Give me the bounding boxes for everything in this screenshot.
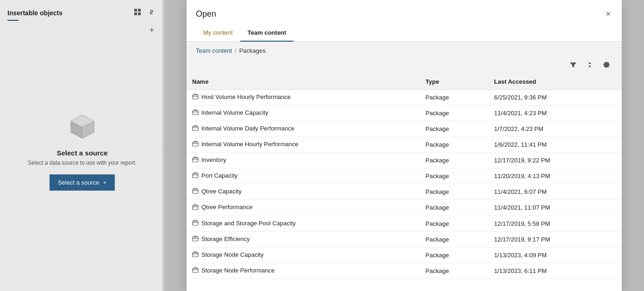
table-row[interactable]: Storage and Storage Pool CapacityPackage… xyxy=(187,216,622,231)
table-row[interactable]: Storage EfficiencyPackage12/17/2019, 9:1… xyxy=(187,231,622,247)
table-row[interactable]: Storage Node CapacityPackage1/13/2023, 4… xyxy=(187,247,622,263)
table-row[interactable]: Qtree PerformancePackage11/4/2021, 11:07… xyxy=(187,200,622,216)
grid-view-icon-btn[interactable] xyxy=(132,6,143,19)
svg-rect-11 xyxy=(193,142,198,146)
cube-illustration xyxy=(69,113,96,141)
package-icon xyxy=(192,204,199,212)
package-icon xyxy=(192,156,199,164)
cell-name: Storage and Storage Pool Capacity xyxy=(187,216,420,231)
breadcrumb-packages: Packages xyxy=(239,47,266,54)
svg-rect-16 xyxy=(193,221,198,225)
table-row[interactable]: InventoryPackage12/17/2019, 9:22 PM xyxy=(187,153,622,168)
svg-rect-18 xyxy=(193,253,198,257)
cell-type: Package xyxy=(420,184,488,200)
svg-rect-19 xyxy=(193,268,198,272)
cell-last-accessed: 1/13/2023, 6:11 PM xyxy=(488,263,622,279)
svg-rect-15 xyxy=(193,205,198,210)
package-icon xyxy=(192,93,199,101)
svg-rect-2 xyxy=(134,12,137,15)
table-row[interactable]: Internal Volume Hourly PerformancePackag… xyxy=(187,137,622,153)
cell-name: Internal Volume Hourly Performance xyxy=(187,137,420,153)
table-row[interactable]: Port CapacityPackage11/20/2019, 4:13 PM xyxy=(187,168,622,184)
packages-table-container[interactable]: Name Type Last Accessed Host Volume Hour… xyxy=(187,74,622,291)
filter-button[interactable] xyxy=(567,60,579,71)
cell-type: Package xyxy=(420,137,488,153)
modal-overlay: Open × My content Team content Team cont… xyxy=(164,0,644,291)
close-button[interactable]: × xyxy=(604,7,613,21)
cell-last-accessed: 11/20/2019, 4:13 PM xyxy=(488,168,622,184)
table-row[interactable]: Qtree CapacityPackage11/4/2021, 6:07 PM xyxy=(187,184,622,200)
cell-type: Package xyxy=(420,216,488,231)
select-source-plus-icon: + xyxy=(103,179,107,186)
cell-type: Package xyxy=(420,231,488,247)
table-row[interactable]: Internal Volume CapacityPackage11/4/2021… xyxy=(187,105,622,121)
sort-button[interactable] xyxy=(584,60,596,71)
svg-rect-8 xyxy=(193,95,198,99)
cell-name: Internal Volume Capacity xyxy=(187,105,420,121)
add-button[interactable]: + xyxy=(146,25,157,36)
resize-handle[interactable]: ⋮ xyxy=(162,0,164,291)
svg-rect-13 xyxy=(193,173,198,178)
svg-rect-17 xyxy=(193,237,198,241)
tab-team-content[interactable]: Team content xyxy=(240,25,294,42)
cell-type: Package xyxy=(420,153,488,168)
modal-title: Open xyxy=(196,9,216,19)
package-icon xyxy=(192,251,199,259)
svg-rect-1 xyxy=(138,9,141,12)
cell-name: Storage Node Capacity xyxy=(187,247,420,263)
cell-name: Storage Efficiency xyxy=(187,231,420,247)
cell-name: Qtree Performance xyxy=(187,200,420,216)
select-source-btn-label: Select a source xyxy=(58,179,100,186)
modal-tabs: My content Team content xyxy=(187,21,622,42)
cell-name: Inventory xyxy=(187,153,420,168)
left-panel-icon-group xyxy=(132,6,157,19)
select-source-button[interactable]: Select a source + xyxy=(50,174,115,191)
modal-toolbar xyxy=(187,57,622,74)
cell-name: Qtree Capacity xyxy=(187,184,420,200)
left-panel-content: Select a source Select a data source to … xyxy=(0,40,164,291)
cell-type: Package xyxy=(420,200,488,216)
tab-my-content[interactable]: My content xyxy=(196,25,240,42)
cell-last-accessed: 11/4/2021, 11:07 PM xyxy=(488,200,622,216)
left-panel: Insertable objects + Select a source xyxy=(0,0,164,291)
modal-header: Open × xyxy=(187,0,622,21)
cell-name: Storage Node Performance xyxy=(187,263,420,279)
link-icon-btn[interactable] xyxy=(146,6,157,19)
package-icon xyxy=(192,109,199,117)
settings-button[interactable] xyxy=(600,60,613,71)
resize-dots: ⋮ xyxy=(162,143,165,148)
table-row[interactable]: Storage Node PerformancePackage1/13/2023… xyxy=(187,263,622,279)
cell-type: Package xyxy=(420,263,488,279)
package-icon xyxy=(192,125,199,133)
left-panel-title: Insertable objects xyxy=(7,9,63,17)
cell-type: Package xyxy=(420,121,488,137)
cell-last-accessed: 11/4/2021, 4:23 PM xyxy=(488,105,622,121)
svg-rect-9 xyxy=(193,111,198,115)
cell-last-accessed: 11/4/2021, 6:07 PM xyxy=(488,184,622,200)
cell-last-accessed: 12/17/2019, 9:17 PM xyxy=(488,231,622,247)
breadcrumb-team-content-link[interactable]: Team content xyxy=(196,47,232,54)
package-icon xyxy=(192,172,199,180)
table-row[interactable]: Host Volume Hourly PerformancePackage6/2… xyxy=(187,90,622,105)
cell-last-accessed: 12/17/2019, 5:58 PM xyxy=(488,216,622,231)
cell-name: Internal Volume Daily Performance xyxy=(187,121,420,137)
col-type: Type xyxy=(420,74,488,90)
packages-table: Name Type Last Accessed Host Volume Hour… xyxy=(187,74,622,279)
cell-last-accessed: 6/25/2021, 9:36 PM xyxy=(488,90,622,105)
select-source-title: Select a source xyxy=(56,149,107,157)
cell-name: Host Volume Hourly Performance xyxy=(187,90,420,105)
select-source-desc: Select a data source to use with your re… xyxy=(19,160,146,166)
svg-rect-0 xyxy=(134,9,137,12)
col-last-accessed: Last Accessed xyxy=(488,74,622,90)
cell-type: Package xyxy=(420,247,488,263)
breadcrumb: Team content / Packages xyxy=(187,42,622,57)
col-name: Name xyxy=(187,74,420,90)
svg-rect-10 xyxy=(193,126,198,130)
cell-last-accessed: 1/7/2022, 4:23 PM xyxy=(488,121,622,137)
table-row[interactable]: Internal Volume Daily PerformancePackage… xyxy=(187,121,622,137)
breadcrumb-separator: / xyxy=(235,47,237,54)
open-dialog: Open × My content Team content Team cont… xyxy=(187,0,622,291)
cell-last-accessed: 1/6/2022, 11:41 PM xyxy=(488,137,622,153)
package-icon xyxy=(192,267,199,275)
svg-rect-12 xyxy=(193,158,198,162)
